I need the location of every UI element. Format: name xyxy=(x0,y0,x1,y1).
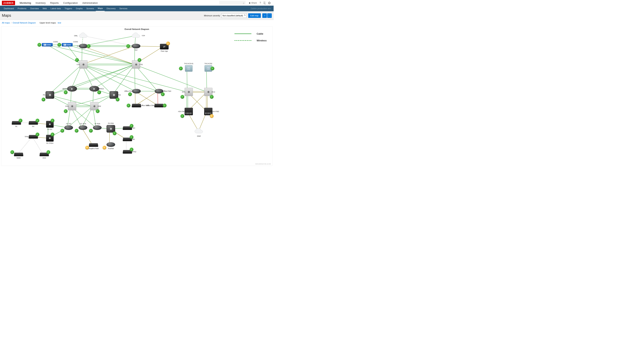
node-asafw1[interactable]: ASA FW1 xyxy=(183,108,194,115)
router-icon xyxy=(64,125,73,130)
topnav-monitoring[interactable]: Monitoring xyxy=(17,1,33,4)
node-cgn1[interactable]: ■■■■■CGN1 xyxy=(42,43,53,46)
status-ok-icon xyxy=(38,43,41,47)
svg-line-81 xyxy=(18,137,32,154)
node-padc[interactable]: PA DC xyxy=(44,121,56,130)
subnav-discovery[interactable]: Discovery xyxy=(104,6,118,11)
breadcrumb-all-maps[interactable]: All maps xyxy=(2,22,10,24)
search-wrap: ⌕ xyxy=(219,1,246,5)
status-ok-icon xyxy=(128,92,132,96)
breadcrumb-upper-link[interactable]: test xyxy=(58,22,61,24)
node-patpsh[interactable]: PA TPSH xyxy=(44,135,56,144)
node-bng2[interactable]: BNG2 xyxy=(89,86,100,92)
node-ig1[interactable]: IG1 xyxy=(78,44,89,48)
node-truenet[interactable]: TrueNet xyxy=(105,142,116,149)
node-agdc[interactable]: AG DC xyxy=(63,125,74,130)
fullscreen-button[interactable]: ⛶ xyxy=(267,13,272,18)
sub-nav: DashboardProblemsOverviewWebLatest dataT… xyxy=(0,6,274,11)
power-icon[interactable]: ⏻ xyxy=(268,1,270,4)
subnav-screens[interactable]: Screens xyxy=(84,6,96,11)
node-tacacs2[interactable]: TACACS2 xyxy=(203,65,214,72)
status-ok-icon xyxy=(19,119,22,122)
node-ytp[interactable]: YTP xyxy=(130,32,142,39)
node-ig2[interactable]: IG2 xyxy=(130,44,142,51)
node-afr26[interactable]: AF R26 xyxy=(92,125,103,130)
node-par26[interactable]: PA R26 xyxy=(105,125,116,133)
node-ds2[interactable]: DS2 xyxy=(89,102,100,110)
node-oml[interactable]: OML xyxy=(78,32,89,39)
subnav-maps[interactable]: Maps xyxy=(96,6,104,11)
node-peerapp[interactable]: Peer App xyxy=(159,44,170,52)
edit-map-button[interactable]: Edit map xyxy=(248,13,261,18)
node-ako[interactable]: AKO xyxy=(38,152,50,159)
node-dc[interactable]: DC xyxy=(28,121,39,127)
user-icon[interactable]: ☰̲ xyxy=(263,1,266,4)
severity-select[interactable]: Not classified (default) xyxy=(221,13,247,18)
node-agsok[interactable]: AG SOK xyxy=(77,125,89,130)
help-icon[interactable]: ? xyxy=(260,1,261,4)
node-bng1[interactable]: BNG1 xyxy=(66,86,78,92)
router-icon xyxy=(79,125,87,130)
search-input[interactable] xyxy=(219,1,246,5)
page-header: Maps Minimum severity Not classified (de… xyxy=(0,11,274,20)
node-officesw1[interactable]: Office SW1 xyxy=(131,104,142,107)
node-tacacs01[interactable]: TACACS-01 xyxy=(183,65,194,72)
subnav-dashboard[interactable]: Dashboard xyxy=(2,6,16,11)
node-label: BNG2 xyxy=(99,88,104,90)
topnav-administration[interactable]: Administration xyxy=(80,1,100,4)
node-dc2[interactable]: DC2 xyxy=(203,88,214,96)
node-officesw2[interactable]: Office SW2 xyxy=(153,104,165,107)
favorite-button[interactable]: ☆ xyxy=(262,13,267,18)
status-ok-icon xyxy=(127,104,130,107)
node-r26[interactable]: R26 xyxy=(122,137,133,141)
breadcrumb: All maps / Overall Network Diagram Upper… xyxy=(0,20,274,25)
subnav-problems[interactable]: Problems xyxy=(16,6,28,11)
node-pe1[interactable]: PE1 xyxy=(44,91,56,99)
subnav-services[interactable]: Services xyxy=(118,6,129,11)
subnav-overview[interactable]: Overview xyxy=(28,6,41,11)
status-ok-icon xyxy=(36,119,39,122)
node-cs2[interactable]: CS2 xyxy=(130,60,142,69)
subnav-triggers[interactable]: Triggers xyxy=(63,6,74,11)
router-icon xyxy=(106,142,115,147)
fw-icon xyxy=(184,108,193,115)
node-officefw1[interactable]: Office FW1 xyxy=(131,89,142,93)
node-dl[interactable]: DL xyxy=(11,121,22,127)
node-label: OML xyxy=(74,35,78,37)
search-icon[interactable]: ⌕ xyxy=(243,1,244,4)
share-button[interactable]: ◧ Share xyxy=(249,2,257,4)
node-tpsh[interactable]: TPSH xyxy=(28,135,39,139)
subnav-graphs[interactable]: Graphs xyxy=(74,6,84,11)
status-ok-icon xyxy=(50,133,54,136)
status-warn-icon xyxy=(85,146,89,149)
subnav-latest-data[interactable]: Latest data xyxy=(49,6,63,11)
node-pso[interactable]: PSO xyxy=(122,126,133,130)
node-label: PE2 xyxy=(118,94,121,96)
node-peoplespark[interactable]: People's Park xyxy=(88,143,99,149)
topnav-configuration[interactable]: Configuration xyxy=(61,1,80,4)
status-warn-icon xyxy=(102,146,106,149)
status-ok-icon xyxy=(161,92,165,96)
node-pe2[interactable]: PE2 xyxy=(108,91,120,99)
node-cgn2[interactable]: ■■■■■CGN2 xyxy=(62,43,73,46)
node-dc1[interactable]: DC1 xyxy=(183,88,194,96)
node-mykz[interactable]: MYKZ xyxy=(122,150,133,154)
network-map[interactable]: Overall Network Diagram OMLYTP■■■■■CGN1■… xyxy=(1,26,272,166)
node-cs1[interactable]: CS1 xyxy=(78,60,89,69)
node-dmz[interactable]: DMZ xyxy=(193,128,204,137)
node-officefw2[interactable]: Office FW2 xyxy=(153,89,165,93)
status-ok-icon xyxy=(46,150,50,154)
status-ok-icon xyxy=(42,98,45,101)
topnav-inventory[interactable]: Inventory xyxy=(33,1,48,4)
map-legend: Cable Wireless xyxy=(234,30,267,44)
node-label: CGN2 xyxy=(73,41,78,43)
subnav-web[interactable]: Web xyxy=(41,6,48,11)
node-asafw2[interactable]: ASA FW2 xyxy=(203,108,214,115)
status-ok-icon xyxy=(210,66,214,70)
map-container: Overall Network Diagram OMLYTP■■■■■CGN1■… xyxy=(1,26,272,166)
node-nwd[interactable]: NWD xyxy=(13,152,24,159)
node-ds1[interactable]: DS1 xyxy=(66,102,78,110)
breadcrumb-current[interactable]: Overall Network Diagram xyxy=(12,22,36,24)
node-label: ASA FW1 xyxy=(178,111,185,112)
topnav-reports[interactable]: Reports xyxy=(48,1,61,4)
